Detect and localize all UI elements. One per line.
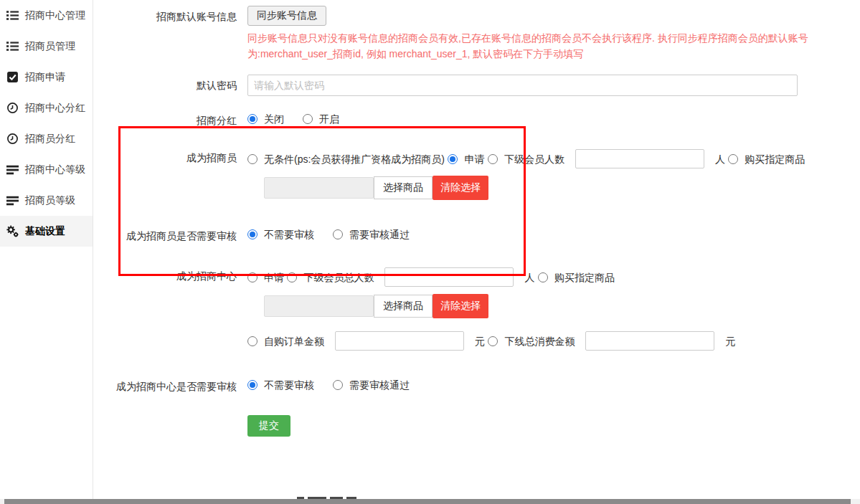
clock-icon bbox=[6, 102, 19, 114]
sync-account-button[interactable]: 同步账号信息 bbox=[247, 6, 326, 26]
radio-agent-no-review[interactable]: 不需要审核 bbox=[247, 227, 314, 242]
radio-agent-need-review[interactable]: 需要审核通过 bbox=[333, 227, 410, 242]
default-password-label: 默认密码 bbox=[94, 75, 247, 92]
radio-agent-buy-product[interactable]: 购买指定商品 bbox=[728, 152, 805, 166]
radio-unchecked-icon bbox=[247, 154, 257, 164]
agent-product-picker: 选择商品 清除选择 bbox=[264, 176, 860, 200]
radio-dividend-off[interactable]: 关闭 bbox=[247, 112, 284, 126]
agent-subordinate-count-input[interactable] bbox=[575, 149, 704, 168]
bars-icon bbox=[6, 163, 19, 176]
settings-form: 招商默认账号信息 同步账号信息 同步账号信息只对没有账号信息的招商会员有效,已存… bbox=[94, 0, 860, 437]
sidebar-item-center-dividend[interactable]: 招商中心分红 bbox=[0, 92, 93, 123]
admin-settings-page: 招商中心管理 招商员管理 招商申请 招商中心分红 招商员分红 招商中心等级 招商… bbox=[0, 0, 860, 504]
radio-checked-icon bbox=[247, 114, 257, 124]
radio-unchecked-icon bbox=[333, 380, 343, 390]
sidebar-item-merchant-center-manage[interactable]: 招商中心管理 bbox=[0, 0, 93, 31]
radio-agent-apply[interactable]: 申请 bbox=[448, 152, 484, 166]
center-self-order-amount-input[interactable] bbox=[335, 331, 464, 351]
center-review-label: 成为招商中心是否需要审核 bbox=[94, 378, 247, 394]
radio-checked-icon bbox=[247, 229, 257, 239]
check-square-icon bbox=[6, 71, 19, 83]
center-select-product-button[interactable]: 选择商品 bbox=[374, 295, 433, 318]
submit-button[interactable]: 提交 bbox=[247, 415, 290, 437]
bars-icon bbox=[6, 194, 19, 206]
sidebar-item-label: 招商中心等级 bbox=[25, 163, 85, 176]
radio-unchecked-icon bbox=[538, 272, 548, 282]
radio-center-apply[interactable]: 申请 bbox=[247, 270, 284, 285]
radio-center-subordinate-total[interactable]: 下级会员总人数人 bbox=[287, 267, 534, 287]
become-agent-label: 成为招商员 bbox=[94, 149, 247, 165]
list-icon bbox=[6, 40, 19, 52]
center-product-picker: 选择商品 清除选择 bbox=[264, 294, 860, 318]
center-review-row: 成为招商中心是否需要审核 不需要审核 需要审核通过 bbox=[94, 378, 860, 394]
radio-dividend-on[interactable]: 开启 bbox=[303, 112, 339, 126]
become-center-row: 成为招商中心 申请 下级会员总人数人 购买指定商品 选择商品 清除选择 自购订单… bbox=[94, 267, 860, 358]
sidebar-item-label: 招商员分红 bbox=[25, 133, 75, 146]
radio-checked-icon bbox=[247, 380, 257, 390]
agent-product-input[interactable] bbox=[264, 177, 374, 199]
radio-checked-icon bbox=[448, 154, 458, 164]
sidebar-item-basic-settings[interactable]: 基础设置 bbox=[0, 216, 93, 247]
sidebar-item-center-level[interactable]: 招商中心等级 bbox=[0, 154, 93, 185]
radio-unchecked-icon bbox=[303, 114, 313, 124]
radio-unchecked-icon bbox=[247, 336, 257, 346]
radio-agent-subordinate-count[interactable]: 下级会员人数人 bbox=[488, 149, 725, 168]
radio-unchecked-icon bbox=[488, 154, 498, 164]
sidebar-item-label: 招商员管理 bbox=[25, 40, 75, 53]
become-agent-row: 成为招商员 无条件(ps:会员获得推广资格成为招商员) 申请 下级会员人数人 购… bbox=[94, 149, 860, 207]
agent-review-label: 成为招商员是否需要审核 bbox=[94, 227, 247, 243]
default-password-row: 默认密码 bbox=[94, 75, 860, 96]
sync-account-label: 招商默认账号信息 bbox=[94, 6, 247, 24]
radio-center-self-order-amount[interactable]: 自购订单金额元 bbox=[247, 331, 485, 351]
cogs-icon bbox=[6, 225, 19, 237]
sidebar: 招商中心管理 招商员管理 招商申请 招商中心分红 招商员分红 招商中心等级 招商… bbox=[0, 0, 93, 499]
radio-center-downline-consumption[interactable]: 下线总消费金额元 bbox=[488, 331, 735, 351]
radio-unchecked-icon bbox=[488, 336, 498, 346]
agent-select-product-button[interactable]: 选择商品 bbox=[374, 176, 433, 199]
sidebar-item-label: 招商中心分红 bbox=[25, 102, 85, 115]
radio-unchecked-icon bbox=[728, 154, 738, 164]
submit-row: 提交 bbox=[94, 415, 860, 437]
clock-icon bbox=[6, 133, 19, 145]
agent-clear-select-button[interactable]: 清除选择 bbox=[433, 176, 488, 200]
sync-account-help-text: 同步账号信息只对没有账号信息的招商会员有效,已存在账号信息的招商会员不会执行该程… bbox=[247, 30, 821, 62]
sync-account-row: 招商默认账号信息 同步账号信息 同步账号信息只对没有账号信息的招商会员有效,已存… bbox=[94, 6, 860, 62]
sidebar-item-merchant-staff-manage[interactable]: 招商员管理 bbox=[0, 31, 93, 62]
radio-center-need-review[interactable]: 需要审核通过 bbox=[333, 378, 410, 392]
dividend-row: 招商分红 关闭 开启 bbox=[94, 112, 860, 128]
sidebar-item-label: 招商员等级 bbox=[25, 194, 75, 207]
sidebar-item-label: 招商申请 bbox=[25, 71, 65, 84]
list-icon bbox=[6, 9, 19, 22]
sidebar-item-label: 招商中心管理 bbox=[25, 9, 85, 22]
radio-unchecked-icon bbox=[333, 229, 343, 239]
horizontal-scrollbar-track[interactable] bbox=[0, 499, 860, 504]
center-downline-consumption-input[interactable] bbox=[585, 331, 714, 351]
radio-center-no-review[interactable]: 不需要审核 bbox=[247, 378, 314, 392]
agent-review-row: 成为招商员是否需要审核 不需要审核 需要审核通过 bbox=[94, 227, 860, 243]
sidebar-item-merchant-apply[interactable]: 招商申请 bbox=[0, 62, 93, 92]
center-subordinate-total-input[interactable] bbox=[384, 267, 514, 287]
radio-agent-unconditional[interactable]: 无条件(ps:会员获得推广资格成为招商员) bbox=[247, 152, 445, 166]
sidebar-item-staff-level[interactable]: 招商员等级 bbox=[0, 185, 93, 216]
default-password-input[interactable] bbox=[247, 75, 798, 96]
sidebar-item-label: 基础设置 bbox=[25, 225, 65, 238]
dividend-label: 招商分红 bbox=[94, 112, 247, 128]
horizontal-scrollbar-thumb[interactable] bbox=[4, 499, 851, 504]
become-center-label: 成为招商中心 bbox=[94, 267, 247, 283]
radio-unchecked-icon bbox=[247, 272, 257, 282]
radio-unchecked-icon bbox=[287, 272, 297, 282]
radio-center-buy-product[interactable]: 购买指定商品 bbox=[538, 270, 615, 285]
center-clear-select-button[interactable]: 清除选择 bbox=[433, 294, 488, 318]
sidebar-item-staff-dividend[interactable]: 招商员分红 bbox=[0, 123, 93, 154]
center-product-input[interactable] bbox=[264, 295, 374, 317]
